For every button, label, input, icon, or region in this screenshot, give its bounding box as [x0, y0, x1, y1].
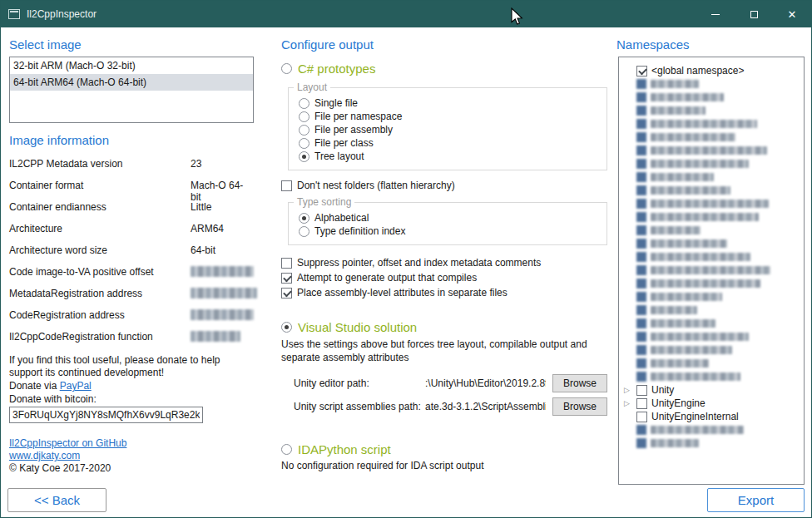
namespace-item-redacted[interactable]: [619, 343, 804, 357]
namespace-item-redacted[interactable]: [619, 104, 804, 117]
idapython-radio[interactable]: IDAPython script: [281, 442, 607, 456]
namespace-item-redacted[interactable]: [619, 250, 804, 264]
github-link[interactable]: Il2CppInspector on GitHub: [9, 437, 126, 449]
bitcoin-label: Donate with bitcoin:: [9, 393, 254, 406]
output-option-checkbox[interactable]: Attempt to generate output that compiles: [281, 270, 607, 285]
unity-paths: Unity editor path: :\Unity\Hub\Editor\20…: [294, 374, 607, 416]
namespace-list[interactable]: <global namespace>▷Unity▷UnityEngineUnit…: [618, 57, 805, 485]
namespace-item[interactable]: ▷Unity: [619, 383, 804, 397]
namespace-item-redacted[interactable]: [619, 357, 804, 370]
namespace-item-redacted[interactable]: [619, 370, 804, 383]
namespace-item-redacted[interactable]: [619, 277, 804, 290]
select-image-heading: Select image: [9, 37, 254, 52]
info-label: Container endianness: [9, 201, 191, 223]
namespaces-heading: Namespaces: [616, 37, 805, 52]
namespace-item-redacted[interactable]: [619, 303, 804, 317]
redacted-label: [651, 426, 744, 434]
namespace-item-redacted[interactable]: [619, 237, 804, 250]
radio-icon: [299, 125, 309, 136]
info-label: Container format: [9, 180, 191, 201]
bitcoin-address-input[interactable]: [9, 407, 203, 423]
donate-text: If you find this tool useful, please don…: [9, 354, 244, 379]
maximize-icon: [750, 11, 758, 18]
redacted-label: [651, 186, 730, 195]
close-button[interactable]: ✕: [773, 1, 811, 27]
namespace-item-redacted[interactable]: [619, 210, 804, 224]
info-label: CodeRegistration address: [9, 309, 191, 331]
namespace-item-redacted[interactable]: [619, 170, 804, 184]
minimize-button[interactable]: [696, 1, 735, 27]
namespace-item-redacted[interactable]: [619, 330, 804, 343]
browse-editor-button[interactable]: Browse: [552, 374, 607, 392]
layout-option[interactable]: File per namespace: [299, 110, 607, 123]
maximize-button[interactable]: [735, 1, 773, 27]
image-information-heading: Image information: [9, 133, 254, 147]
info-value: ARM64: [191, 223, 254, 244]
namespace-item-redacted[interactable]: [619, 77, 804, 91]
namespace-item-redacted[interactable]: [619, 117, 804, 131]
namespace-item-redacted[interactable]: [619, 197, 804, 210]
info-row: Architecture word size64-bit: [9, 244, 254, 266]
namespace-item-redacted[interactable]: [619, 437, 804, 450]
image-listbox[interactable]: 32-bit ARM (Mach-O 32-bit)64-bit ARM64 (…: [9, 57, 254, 123]
radio-icon: [299, 138, 309, 149]
namespace-item-redacted[interactable]: [619, 131, 804, 144]
namespace-item-redacted[interactable]: [619, 264, 804, 277]
unity-assemblies-path-value: ate.3d-3.1.2\ScriptAssemblies: [425, 401, 546, 412]
checkbox-icon: [636, 66, 647, 76]
info-value: 23: [191, 158, 254, 180]
namespace-item[interactable]: UnityEngineInternal: [619, 410, 804, 423]
namespace-item-global[interactable]: <global namespace>: [619, 64, 804, 77]
option-label: Tree layout: [314, 150, 364, 162]
namespace-item-redacted[interactable]: [619, 290, 804, 303]
redacted-label: [651, 120, 757, 128]
layout-option[interactable]: Single file: [299, 96, 607, 110]
redacted-label: [651, 200, 769, 208]
namespace-item-redacted[interactable]: [619, 317, 804, 330]
checkbox-icon: [636, 172, 646, 182]
back-button[interactable]: << Back: [7, 488, 106, 512]
visual-studio-radio[interactable]: Visual Studio solution: [281, 320, 607, 334]
checkbox-icon: [636, 106, 646, 116]
layout-option[interactable]: File per class: [299, 136, 607, 150]
redacted-label: [651, 293, 722, 301]
output-option-checkbox[interactable]: Place assembly-level attributes in separ…: [281, 285, 607, 300]
namespace-item-redacted[interactable]: [619, 423, 804, 437]
checkbox-icon: [636, 292, 646, 302]
info-row: Container formatMach-O 64-bit: [9, 180, 254, 201]
namespace-item-redacted[interactable]: [619, 144, 804, 157]
radio-icon: [281, 63, 292, 74]
redacted-label: [651, 80, 699, 88]
namespace-item[interactable]: ▷UnityEngine: [619, 397, 804, 410]
option-label: Attempt to generate output that compiles: [297, 272, 477, 284]
configure-output-heading: Configure output: [281, 37, 607, 52]
namespace-item-redacted[interactable]: [619, 184, 804, 197]
redacted-label: [651, 359, 709, 368]
browse-assemblies-button[interactable]: Browse: [552, 397, 607, 416]
unity-editor-path-value: :\Unity\Hub\Editor\2019.2.8f1: [425, 377, 546, 389]
sorting-option[interactable]: Type definition index: [299, 224, 607, 238]
configure-output-panel: Configure output C# prototypes Layout Si…: [281, 27, 607, 472]
info-label: IL2CPP Metadata version: [9, 158, 191, 180]
output-option-checkbox[interactable]: Suppress pointer, offset and index metad…: [281, 255, 607, 270]
checkbox-icon: [636, 79, 646, 89]
sorting-option[interactable]: Alphabetical: [299, 211, 607, 224]
namespace-item-redacted[interactable]: [619, 91, 804, 104]
paypal-link[interactable]: PayPal: [60, 380, 92, 392]
checkbox-icon: [636, 305, 646, 315]
namespace-item-redacted[interactable]: [619, 224, 804, 237]
idapython-label: IDAPython script: [298, 442, 391, 456]
redacted-label: [651, 306, 697, 314]
layout-option[interactable]: Tree layout: [299, 150, 607, 163]
image-list-item[interactable]: 64-bit ARM64 (Mach-O 64-bit): [10, 74, 253, 91]
export-button[interactable]: Export: [707, 488, 805, 512]
website-link[interactable]: www.djkaty.com: [9, 450, 80, 461]
expander-icon[interactable]: ▷: [624, 397, 630, 409]
csharp-prototypes-radio[interactable]: C# prototypes: [281, 62, 607, 76]
flatten-checkbox[interactable]: Don't nest folders (flatten hierarchy): [281, 179, 607, 192]
redacted-label: [651, 346, 732, 354]
layout-option[interactable]: File per assembly: [299, 123, 607, 136]
expander-icon[interactable]: ▷: [624, 384, 630, 396]
image-list-item[interactable]: 32-bit ARM (Mach-O 32-bit): [10, 57, 253, 74]
namespace-item-redacted[interactable]: [619, 157, 804, 170]
